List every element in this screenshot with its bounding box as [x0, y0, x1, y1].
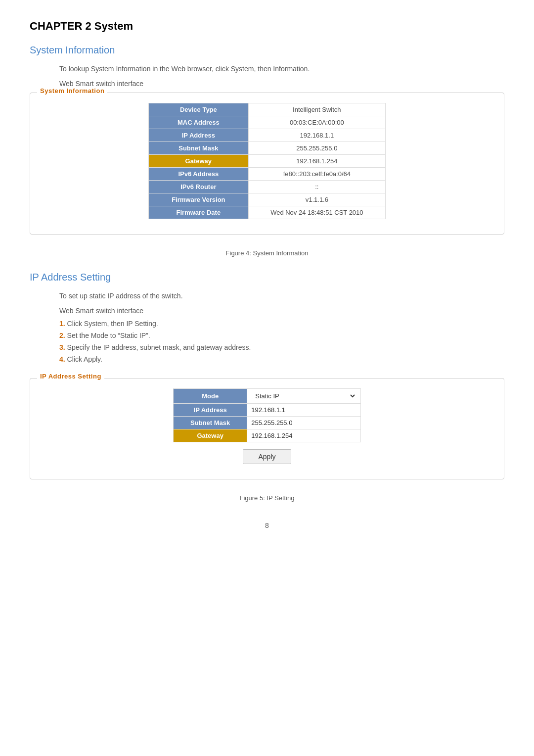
table-row: Firmware Versionv1.1.1.6: [149, 193, 386, 206]
info-value-cell: 192.168.1.1: [248, 129, 385, 142]
apply-row: Apply: [45, 449, 489, 464]
info-value-cell: ::: [248, 181, 385, 193]
ip-address-input[interactable]: [251, 406, 356, 414]
figure5-caption: Figure 5: IP Setting: [30, 494, 504, 502]
step-item: 1. Click System, then IP Setting.: [59, 320, 504, 328]
figure4-caption: Figure 4: System Information: [30, 249, 504, 257]
info-value-cell: Intelligent Switch: [248, 103, 385, 116]
table-row: IPv6 Addressfe80::203:ceff:fe0a:0/64: [149, 168, 386, 181]
info-value-cell: 00:03:CE:0A:00:00: [248, 116, 385, 129]
info-value-cell: Wed Nov 24 18:48:51 CST 2010: [248, 206, 385, 219]
table-row: Device TypeIntelligent Switch: [149, 103, 386, 116]
info-label-cell: Subnet Mask: [149, 142, 249, 155]
ip-setting-description: To set up static IP address of the switc…: [59, 292, 504, 300]
gateway-input[interactable]: [251, 432, 356, 439]
ip-address-setting-box-label: IP Address Setting: [37, 373, 104, 380]
step-item: 4. Click Apply.: [59, 355, 504, 363]
step-item: 2. Set the Mode to “Static IP”.: [59, 331, 504, 339]
chapter-title: CHAPTER 2 System: [30, 20, 504, 33]
mode-select[interactable]: Static IPDHCP: [251, 391, 356, 401]
info-label-cell: IP Address: [149, 129, 249, 142]
step-number: 2.: [59, 331, 65, 339]
info-label-cell: Firmware Date: [149, 206, 249, 219]
system-information-box-label: System Information: [37, 87, 107, 94]
subnet-mask-value-cell[interactable]: [247, 417, 361, 429]
table-row: IPv6 Router::: [149, 181, 386, 193]
ip-address-setting-heading: IP Address Setting: [30, 272, 504, 283]
table-row: Subnet Mask255.255.255.0: [149, 142, 386, 155]
ip-address-label: IP Address: [174, 404, 247, 417]
info-label-cell: Device Type: [149, 103, 249, 116]
subnet-mask-row: Subnet Mask: [174, 417, 361, 429]
table-row: Firmware DateWed Nov 24 18:48:51 CST 201…: [149, 206, 386, 219]
info-value-cell: 255.255.255.0: [248, 142, 385, 155]
apply-button[interactable]: Apply: [243, 449, 291, 464]
table-row: Gateway192.168.1.254: [149, 155, 386, 168]
mode-value-cell[interactable]: Static IPDHCP: [247, 389, 361, 404]
step-number: 4.: [59, 355, 65, 363]
info-value-cell: fe80::203:ceff:fe0a:0/64: [248, 168, 385, 181]
system-info-table: Device TypeIntelligent SwitchMAC Address…: [148, 103, 386, 219]
table-row: IP Address192.168.1.1: [149, 129, 386, 142]
system-info-description: To lookup System Information in the Web …: [59, 65, 504, 73]
gateway-row: Gateway: [174, 429, 361, 442]
gateway-value-cell[interactable]: [247, 429, 361, 442]
mode-row: Mode Static IPDHCP: [174, 389, 361, 404]
info-label-cell: Firmware Version: [149, 193, 249, 206]
step-number: 1.: [59, 320, 65, 328]
step-item: 3. Specify the IP address, subnet mask, …: [59, 343, 504, 351]
info-label-cell: IPv6 Address: [149, 168, 249, 181]
info-label-cell: Gateway: [149, 155, 249, 168]
ip-setting-steps: 1. Click System, then IP Setting.2. Set …: [59, 320, 504, 363]
ip-address-setting-box: IP Address Setting Mode Static IPDHCP IP…: [30, 378, 504, 479]
system-information-box: System Information Device TypeIntelligen…: [30, 93, 504, 235]
info-label-cell: IPv6 Router: [149, 181, 249, 193]
page-number: 8: [30, 521, 504, 529]
table-row: MAC Address00:03:CE:0A:00:00: [149, 116, 386, 129]
ip-address-row: IP Address: [174, 404, 361, 417]
gateway-label: Gateway: [174, 429, 247, 442]
info-value-cell: v1.1.1.6: [248, 193, 385, 206]
ip-setting-table: Mode Static IPDHCP IP Address Subnet Mas…: [173, 388, 361, 442]
info-label-cell: MAC Address: [149, 116, 249, 129]
system-information-heading: System Information: [30, 45, 504, 56]
mode-label: Mode: [174, 389, 247, 404]
system-info-interface-label: Web Smart switch interface: [59, 80, 504, 88]
ip-address-value-cell[interactable]: [247, 404, 361, 417]
info-value-cell: 192.168.1.254: [248, 155, 385, 168]
subnet-mask-input[interactable]: [251, 419, 356, 426]
step-number: 3.: [59, 343, 65, 351]
subnet-mask-label: Subnet Mask: [174, 417, 247, 429]
ip-setting-interface-label: Web Smart switch interface: [59, 307, 504, 315]
